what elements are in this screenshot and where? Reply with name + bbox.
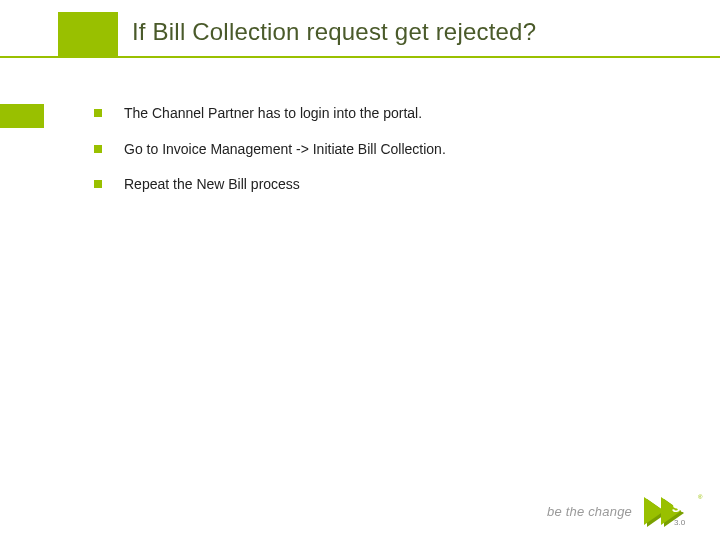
bullet-text: The Channel Partner has to login into th… xyxy=(124,105,422,123)
bullet-list: The Channel Partner has to login into th… xyxy=(94,105,654,212)
list-item: The Channel Partner has to login into th… xyxy=(94,105,654,123)
bullet-text: Repeat the New Bill process xyxy=(124,176,300,194)
list-item: Go to Invoice Management -> Initiate Bil… xyxy=(94,141,654,159)
side-accent-block xyxy=(0,104,44,128)
logo-text: sify xyxy=(672,498,700,516)
slide-title: If Bill Collection request get rejected? xyxy=(132,18,536,46)
title-underline xyxy=(0,56,720,58)
tagline: be the change xyxy=(547,504,632,519)
bullet-text: Go to Invoice Management -> Initiate Bil… xyxy=(124,141,446,159)
list-item: Repeat the New Bill process xyxy=(94,176,654,194)
logo-version: 3.0 xyxy=(674,518,685,527)
bullet-icon xyxy=(94,180,102,188)
footer: be the change sify ® 3.0 xyxy=(547,490,706,532)
header-accent-block xyxy=(58,12,118,57)
sify-logo: sify ® 3.0 xyxy=(644,490,706,532)
bullet-icon xyxy=(94,145,102,153)
bullet-icon xyxy=(94,109,102,117)
